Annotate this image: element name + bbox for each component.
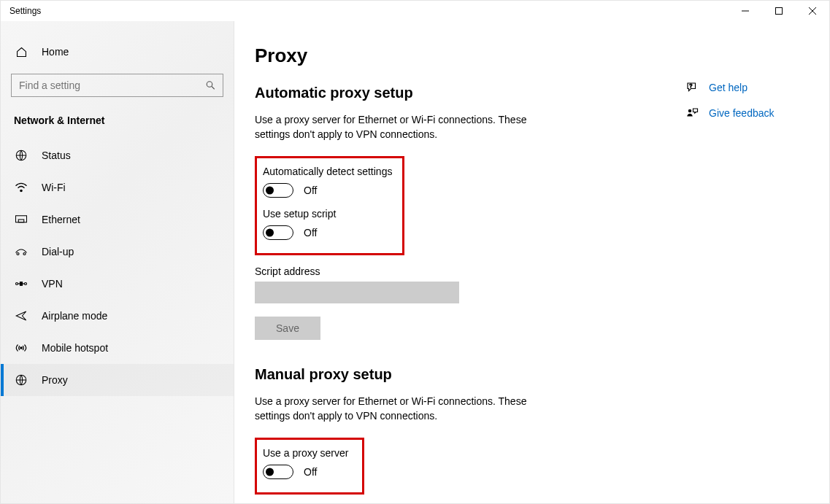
sidebar-item-dialup[interactable]: Dial-up xyxy=(1,236,234,268)
maximize-button[interactable] xyxy=(762,1,796,21)
use-proxy-label: Use a proxy server xyxy=(263,447,353,459)
sidebar-item-proxy[interactable]: Proxy xyxy=(1,364,234,396)
setup-script-state: Off xyxy=(304,227,317,239)
sidebar-item-label: Wi-Fi xyxy=(42,182,66,193)
get-help-link[interactable]: ? Get help xyxy=(685,81,775,94)
ethernet-icon xyxy=(14,214,28,225)
sidebar-home-label: Home xyxy=(42,46,69,58)
content: Proxy Automatic proxy setup Use a proxy … xyxy=(234,21,829,503)
script-address-label: Script address xyxy=(255,265,620,277)
sidebar-item-label: Proxy xyxy=(42,374,68,386)
wifi-icon xyxy=(14,182,28,193)
feedback-icon xyxy=(685,107,699,119)
hotspot-icon xyxy=(14,342,28,354)
auto-proxy-heading: Automatic proxy setup xyxy=(255,85,620,101)
sidebar-item-ethernet[interactable]: Ethernet xyxy=(1,203,234,236)
sidebar-item-status[interactable]: Status xyxy=(1,139,234,171)
search-field[interactable] xyxy=(11,74,223,97)
app-title: Settings xyxy=(9,6,41,16)
auto-proxy-highlight: Automatically detect settings Off Use se… xyxy=(255,156,404,255)
aside: ? Get help Give feedback xyxy=(620,44,775,503)
sidebar-home[interactable]: Home xyxy=(1,36,234,68)
page-title: Proxy xyxy=(255,44,620,67)
sidebar-item-hotspot[interactable]: Mobile hotspot xyxy=(1,332,234,364)
save-button[interactable]: Save xyxy=(255,317,320,340)
give-feedback-label: Give feedback xyxy=(709,107,775,119)
sidebar-item-label: Airplane mode xyxy=(42,310,107,322)
sidebar-item-label: Ethernet xyxy=(42,214,80,225)
script-address-input[interactable] xyxy=(255,282,459,303)
window-controls xyxy=(729,1,829,21)
sidebar-item-label: Mobile hotspot xyxy=(42,342,108,354)
airplane-icon xyxy=(14,309,28,322)
svg-rect-1 xyxy=(776,8,783,15)
minimize-button[interactable] xyxy=(729,1,762,21)
search-icon xyxy=(205,80,216,91)
help-icon: ? xyxy=(685,81,699,94)
auto-detect-label: Automatically detect settings xyxy=(263,166,393,177)
svg-line-5 xyxy=(212,87,215,90)
manual-proxy-heading: Manual proxy setup xyxy=(255,366,620,383)
svg-point-4 xyxy=(207,82,212,88)
svg-point-21 xyxy=(688,109,692,113)
svg-point-12 xyxy=(23,253,26,255)
vpn-icon xyxy=(14,279,28,288)
manual-proxy-desc: Use a proxy server for Ethernet or Wi-Fi… xyxy=(255,395,561,423)
setup-script-label: Use setup script xyxy=(263,208,393,220)
auto-detect-toggle[interactable] xyxy=(263,183,293,198)
sidebar-item-label: Dial-up xyxy=(42,246,74,257)
svg-point-17 xyxy=(20,347,22,349)
close-button[interactable] xyxy=(796,1,829,21)
use-proxy-state: Off xyxy=(304,466,317,478)
sidebar-item-wifi[interactable]: Wi-Fi xyxy=(1,171,234,203)
svg-rect-16 xyxy=(20,282,23,286)
proxy-icon xyxy=(14,373,28,387)
status-icon xyxy=(14,149,28,162)
sidebar-item-airplane[interactable]: Airplane mode xyxy=(1,300,234,332)
svg-point-8 xyxy=(20,190,22,191)
svg-point-11 xyxy=(17,253,19,255)
svg-point-13 xyxy=(16,283,18,285)
auto-proxy-desc: Use a proxy server for Ethernet or Wi-Fi… xyxy=(255,113,561,141)
svg-point-14 xyxy=(25,283,27,285)
sidebar: Home Network & Internet Status xyxy=(1,21,234,503)
use-proxy-toggle[interactable] xyxy=(263,465,293,479)
auto-detect-state: Off xyxy=(304,185,317,196)
search-input[interactable] xyxy=(11,74,223,97)
svg-rect-10 xyxy=(18,220,24,222)
manual-proxy-highlight: Use a proxy server Off xyxy=(255,438,364,495)
sidebar-item-label: Status xyxy=(42,150,71,161)
home-icon xyxy=(14,46,28,58)
sidebar-item-label: VPN xyxy=(42,278,63,290)
sidebar-item-vpn[interactable]: VPN xyxy=(1,268,234,300)
give-feedback-link[interactable]: Give feedback xyxy=(685,107,775,119)
get-help-label: Get help xyxy=(709,82,748,93)
sidebar-group-title: Network & Internet xyxy=(1,110,234,139)
svg-text:?: ? xyxy=(690,83,693,88)
titlebar: Settings xyxy=(1,1,829,21)
setup-script-toggle[interactable] xyxy=(263,225,293,240)
svg-rect-9 xyxy=(16,216,27,222)
dialup-icon xyxy=(14,247,28,257)
